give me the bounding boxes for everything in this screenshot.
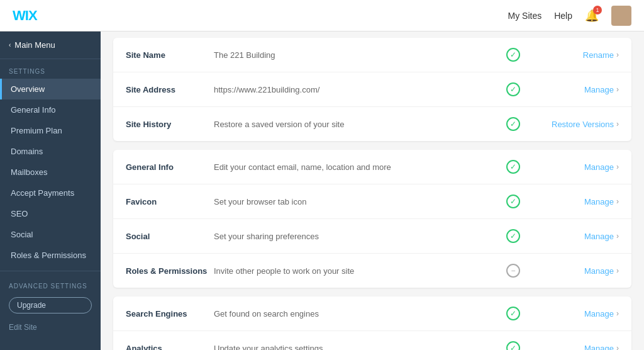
row-label-site-history: Site History (126, 120, 214, 129)
advanced-settings-label: ADVANCED SETTINGS (0, 276, 101, 293)
check-circle: ✓ (506, 195, 520, 208)
row-desc-site-history: Restore a saved version of your site (214, 120, 502, 129)
row-label-search-engines: Search Engines (126, 309, 214, 319)
table-row: General Info Edit your contact email, na… (113, 150, 631, 184)
table-row: Site Address https://www.221building.com… (113, 72, 631, 107)
manage-link-search-engines[interactable]: Manage (584, 309, 614, 319)
advanced-card: Search Engines Get found on search engin… (113, 296, 631, 350)
check-circle: ✓ (506, 82, 520, 96)
my-sites-link[interactable]: My Sites (508, 11, 542, 21)
table-row: Site Name The 221 Building ✓ Rename › (113, 38, 631, 72)
chevron-right-icon: › (616, 197, 619, 206)
sidebar-item-accept-payments[interactable]: Accept Payments (0, 183, 101, 203)
check-icon-site-address: ✓ (502, 82, 525, 96)
table-row: Search Engines Get found on search engin… (113, 296, 631, 331)
minus-circle: − (506, 264, 520, 278)
row-desc-roles-permissions: Invite other people to work on your site (214, 266, 502, 276)
sidebar-item-mailboxes[interactable]: Mailboxes (0, 162, 101, 183)
check-icon-site-history: ✓ (502, 117, 525, 131)
row-desc-favicon: Set your browser tab icon (214, 197, 502, 206)
site-info-card: Site Name The 221 Building ✓ Rename › Si… (113, 38, 631, 141)
row-action-roles-permissions: Manage › (537, 266, 619, 276)
sidebar-item-roles-permissions[interactable]: Roles & Permissions (0, 245, 101, 266)
chevron-right-icon: › (616, 344, 619, 350)
chevron-right-icon: › (616, 309, 619, 318)
avatar[interactable] (611, 6, 631, 26)
row-desc-analytics: Update your analytics settings (214, 344, 502, 351)
check-circle: ✓ (506, 48, 520, 62)
minus-icon-roles-permissions: − (502, 264, 525, 278)
row-desc-site-name: The 221 Building (214, 50, 502, 60)
manage-link-roles-permissions[interactable]: Manage (584, 266, 614, 276)
row-label-analytics: Analytics (126, 344, 214, 351)
table-row: Social Set your sharing preferences ✓ Ma… (113, 219, 631, 254)
notification-badge: 1 (593, 6, 602, 14)
table-row: Favicon Set your browser tab icon ✓ Mana… (113, 184, 631, 219)
manage-link-social[interactable]: Manage (584, 232, 614, 241)
sidebar-item-premium-plan[interactable]: Premium Plan (0, 120, 101, 141)
edit-site-item[interactable]: Edit Site (0, 317, 101, 337)
check-circle: ✓ (506, 229, 520, 243)
chevron-right-icon: › (616, 120, 619, 128)
row-action-favicon: Manage › (537, 197, 619, 206)
restore-versions-link[interactable]: Restore Versions (552, 120, 614, 129)
row-label-general-info: General Info (126, 162, 214, 172)
check-icon-site-name: ✓ (502, 48, 525, 62)
chevron-left-icon: ‹ (9, 42, 11, 48)
check-circle: ✓ (506, 117, 520, 131)
notifications-icon[interactable]: 🔔 1 (585, 9, 599, 23)
sidebar-item-overview[interactable]: Overview (0, 79, 101, 99)
settings-section-label: SETTINGS (0, 59, 101, 79)
sidebar-item-general-info[interactable]: General Info (0, 99, 101, 120)
table-row: Roles & Permissions Invite other people … (113, 254, 631, 288)
check-circle: ✓ (506, 307, 520, 320)
row-action-general-info: Manage › (537, 162, 619, 172)
row-action-site-address: Manage › (537, 85, 619, 94)
upgrade-button[interactable]: Upgrade (9, 297, 92, 313)
check-icon-analytics: ✓ (502, 341, 525, 350)
row-desc-social: Set your sharing preferences (214, 232, 502, 241)
manage-link-general-info[interactable]: Manage (584, 162, 614, 172)
main-menu-item[interactable]: ‹ Main Menu (0, 31, 101, 59)
sidebar-divider (0, 271, 101, 271)
row-label-site-address: Site Address (126, 85, 214, 94)
row-action-search-engines: Manage › (537, 309, 619, 319)
table-row: Site History Restore a saved version of … (113, 107, 631, 141)
row-label-social: Social (126, 232, 214, 241)
row-desc-general-info: Edit your contact email, name, location … (214, 162, 502, 172)
row-action-site-history: Restore Versions › (537, 120, 619, 129)
check-icon-general-info: ✓ (502, 160, 525, 174)
check-icon-social: ✓ (502, 229, 525, 243)
row-action-site-name: Rename › (537, 50, 619, 60)
manage-link-analytics[interactable]: Manage (584, 344, 614, 351)
manage-link-site-address[interactable]: Manage (584, 85, 614, 94)
check-circle: ✓ (506, 341, 520, 350)
row-label-roles-permissions: Roles & Permissions (126, 266, 214, 276)
check-icon-favicon: ✓ (502, 195, 525, 208)
row-label-site-name: Site Name (126, 50, 214, 60)
manage-link-favicon[interactable]: Manage (584, 197, 614, 206)
chevron-right-icon: › (616, 232, 619, 240)
sidebar-item-social[interactable]: Social (0, 224, 101, 245)
sidebar-item-domains[interactable]: Domains (0, 141, 101, 162)
content-area: Site Name The 221 Building ✓ Rename › Si… (101, 31, 644, 350)
row-desc-search-engines: Get found on search engines (214, 309, 502, 319)
row-action-analytics: Manage › (537, 344, 619, 351)
rename-link[interactable]: Rename (583, 50, 614, 60)
row-action-social: Manage › (537, 232, 619, 241)
chevron-right-icon: › (616, 85, 619, 94)
sidebar-item-seo[interactable]: SEO (0, 203, 101, 224)
row-desc-site-address: https://www.221building.com/ (214, 85, 502, 94)
main-menu-label: Main Menu (14, 40, 55, 50)
chevron-right-icon: › (616, 266, 619, 275)
check-circle: ✓ (506, 160, 520, 174)
wix-logo: WIX (13, 8, 37, 24)
chevron-right-icon: › (616, 162, 619, 171)
table-row: Analytics Update your analytics settings… (113, 331, 631, 350)
general-info-card: General Info Edit your contact email, na… (113, 150, 631, 288)
row-label-favicon: Favicon (126, 197, 214, 206)
help-link[interactable]: Help (554, 11, 572, 21)
sidebar: ‹ Main Menu SETTINGS Overview General In… (0, 31, 101, 350)
topnav-right: My Sites Help 🔔 1 (508, 6, 631, 26)
topnav: WIX My Sites Help 🔔 1 (0, 0, 644, 31)
